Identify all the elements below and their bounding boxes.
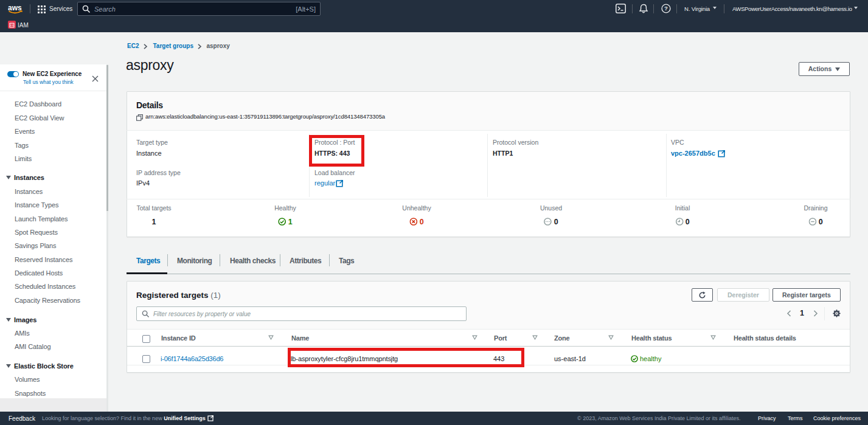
svg-text:aws: aws	[8, 4, 22, 12]
svg-text:?: ?	[664, 5, 668, 12]
